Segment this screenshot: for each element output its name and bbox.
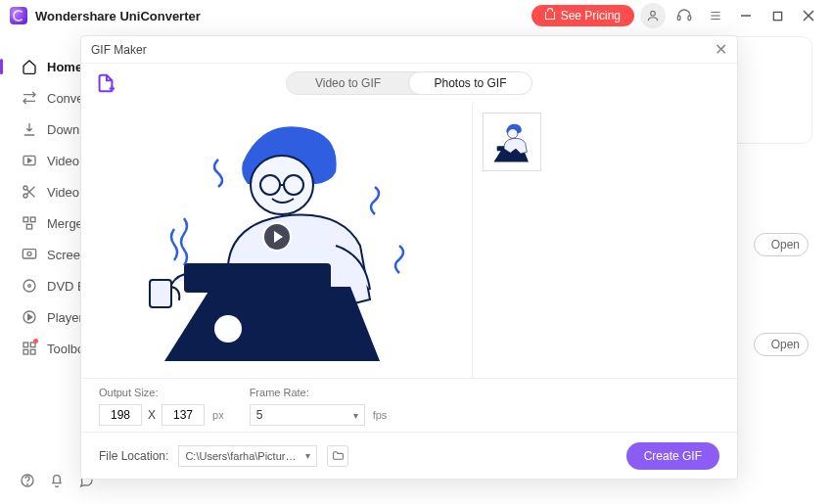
chevron-down-icon: ▾ <box>353 410 358 421</box>
thumbnail-pane <box>473 103 737 378</box>
chevron-down-icon: ▾ <box>305 450 310 461</box>
svg-rect-1 <box>677 16 680 21</box>
create-gif-button[interactable]: Create GIF <box>626 442 719 470</box>
notification-dot-icon <box>33 339 38 344</box>
fps-label: fps <box>373 409 388 421</box>
svg-point-12 <box>23 194 27 198</box>
cart-icon <box>545 12 555 20</box>
svg-point-37 <box>214 315 242 343</box>
disc-icon <box>22 278 37 294</box>
close-icon[interactable]: ✕ <box>715 42 727 58</box>
svg-rect-7 <box>773 12 781 20</box>
sidebar-item-toolbox[interactable]: Toolbox <box>0 333 80 364</box>
sidebar-item-player[interactable]: Player <box>0 301 80 333</box>
svg-rect-26 <box>30 349 35 354</box>
compress-icon <box>22 153 37 168</box>
sidebar-item-screen-recorder[interactable]: Screen Recorder <box>0 239 80 270</box>
scissors-icon <box>22 184 37 200</box>
thumbnail[interactable] <box>483 113 541 171</box>
minimize-button[interactable] <box>732 2 760 29</box>
frame-rate-label: Frame Rate: <box>250 387 388 398</box>
frame-rate-select[interactable]: 5 ▾ <box>250 404 365 426</box>
sidebar-item-merger[interactable]: Merger <box>0 207 80 239</box>
svg-rect-36 <box>184 263 331 293</box>
preview-pane <box>81 103 473 378</box>
sidebar-item-video-compressor[interactable]: Video Compressor <box>0 145 80 176</box>
output-size-label: Output Size: <box>99 387 224 398</box>
sidebar-item-downloader[interactable]: Downloader <box>0 114 80 145</box>
sidebar-item-label: Home <box>47 60 82 74</box>
gif-maker-modal: GIF Maker ✕ Video to GIF Photos to GIF <box>80 35 738 480</box>
output-width-input[interactable] <box>99 404 142 426</box>
svg-rect-15 <box>23 217 28 222</box>
support-icon[interactable] <box>671 3 697 28</box>
see-pricing-label: See Pricing <box>561 9 621 23</box>
open-button[interactable]: Open <box>754 233 809 256</box>
svg-rect-25 <box>23 349 28 354</box>
merger-icon <box>22 215 37 231</box>
download-icon <box>22 121 37 137</box>
tab-video-to-gif[interactable]: Video to GIF <box>287 72 409 94</box>
svg-point-20 <box>23 280 35 292</box>
svg-point-19 <box>27 252 31 255</box>
account-icon[interactable] <box>640 3 666 28</box>
svg-rect-2 <box>688 16 691 21</box>
svg-rect-17 <box>26 224 31 229</box>
open-button[interactable]: Open <box>754 333 809 356</box>
sidebar-item-converter[interactable]: Converter <box>0 82 80 114</box>
maximize-button[interactable] <box>763 2 791 29</box>
svg-rect-35 <box>150 280 171 307</box>
svg-point-0 <box>651 11 656 16</box>
home-icon <box>22 59 37 74</box>
mode-tabs: Video to GIF Photos to GIF <box>286 71 532 95</box>
app-title: Wondershare UniConverter <box>35 9 201 23</box>
sidebar-item-home[interactable]: Home <box>0 51 80 82</box>
sidebar-item-dvd-burner[interactable]: DVD Burner <box>0 270 80 301</box>
app-logo <box>10 7 27 24</box>
svg-point-28 <box>27 484 28 485</box>
file-location-label: File Location: <box>99 449 168 463</box>
px-label: px <box>212 409 224 421</box>
svg-point-38 <box>508 129 518 139</box>
svg-rect-18 <box>23 250 35 258</box>
svg-point-11 <box>23 186 27 190</box>
see-pricing-button[interactable]: See Pricing <box>532 5 634 26</box>
screen-recorder-icon <box>22 247 37 262</box>
menu-icon[interactable] <box>703 3 728 28</box>
svg-rect-16 <box>30 217 35 222</box>
open-folder-button[interactable] <box>327 445 348 467</box>
add-file-icon[interactable] <box>95 72 116 94</box>
play-button[interactable] <box>262 222 292 252</box>
play-icon <box>22 309 37 325</box>
x-label: X <box>148 408 156 422</box>
close-window-button[interactable] <box>795 2 822 29</box>
sidebar-item-label: Player <box>47 310 83 325</box>
sidebar: Home Converter Downloader Video Compress… <box>0 31 80 504</box>
modal-title: GIF Maker <box>91 43 147 57</box>
svg-rect-23 <box>23 343 28 347</box>
converter-icon <box>22 90 37 106</box>
output-height-input[interactable] <box>162 404 205 426</box>
file-location-select[interactable]: C:\Users\farha\Pictures\Wonder ▾ <box>178 445 317 467</box>
help-icon[interactable] <box>20 471 35 490</box>
sidebar-item-video-editor[interactable]: Video Editor <box>0 176 80 207</box>
tab-photos-to-gif[interactable]: Photos to GIF <box>408 71 532 95</box>
bell-icon[interactable] <box>49 471 65 490</box>
svg-point-21 <box>28 285 31 288</box>
